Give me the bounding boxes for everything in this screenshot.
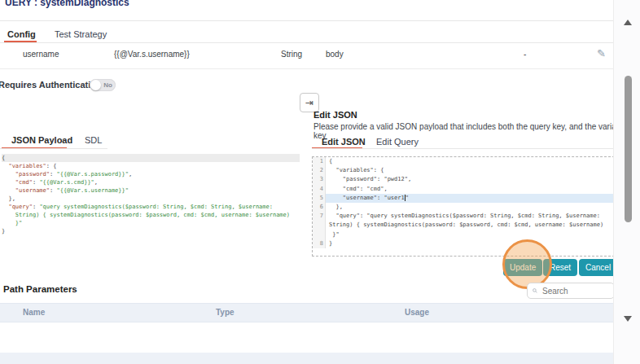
graphql-query-config-screen: UERY : systemDiagnostics Config Test Str… — [0, 0, 640, 364]
param-type: String — [281, 50, 302, 59]
edit-param-icon[interactable]: ✎ — [597, 47, 606, 59]
search-box[interactable] — [527, 283, 615, 299]
tab-edit-json[interactable]: Edit JSON — [322, 137, 366, 147]
page-title: UERY : systemDiagnostics — [5, 0, 129, 8]
scroll-down-icon[interactable] — [624, 316, 632, 322]
auth-toggle[interactable]: No — [90, 79, 116, 91]
header-divider — [0, 20, 615, 21]
edit-tabs-divider — [312, 148, 613, 149]
column-header-type[interactable]: Type — [216, 308, 235, 317]
search-icon — [533, 287, 537, 295]
column-header-usage[interactable]: Usage — [405, 308, 429, 317]
param-default: - — [524, 50, 526, 59]
update-button[interactable]: Update — [503, 259, 542, 276]
tab-json-payload[interactable]: JSON Payload — [11, 135, 72, 145]
path-parameters-table-header: Name Type Usage — [0, 303, 615, 322]
table-footer-strip — [0, 353, 615, 364]
edit-json-title: Edit JSON — [313, 110, 357, 120]
column-header-name[interactable]: Name — [23, 308, 45, 317]
toggle-knob-icon — [90, 80, 101, 90]
toggle-state-label: No — [103, 81, 112, 89]
cancel-button[interactable]: Cancel — [579, 259, 617, 276]
payload-tabs-divider — [0, 148, 107, 149]
scrollbar-thumb[interactable] — [625, 76, 632, 222]
param-value: {{@Var.s.username}} — [114, 50, 190, 59]
param-location: body — [326, 50, 344, 59]
parameter-row: username {{@Var.s.username}} String body… — [0, 43, 615, 69]
scrollbar-panel — [613, 0, 640, 364]
json-editor[interactable]: 1{2 "variables": {3 "password": "pwd12",… — [312, 156, 615, 257]
arrow-to-bar-icon: ⇥ — [305, 97, 313, 108]
param-name: username — [23, 50, 59, 59]
json-payload-viewer[interactable]: { "variables": { "password": "{{@Var.s.p… — [2, 154, 300, 235]
scroll-up-icon[interactable] — [624, 20, 632, 25]
search-input[interactable] — [541, 286, 609, 296]
tab-sdl[interactable]: SDL — [85, 135, 102, 145]
reset-button[interactable]: Reset — [543, 259, 577, 276]
tab-config[interactable]: Config — [7, 29, 36, 39]
tab-test-strategy[interactable]: Test Strategy — [55, 29, 107, 39]
path-parameters-title: Path Parameters — [3, 284, 77, 294]
tab-edit-query[interactable]: Edit Query — [376, 137, 419, 147]
